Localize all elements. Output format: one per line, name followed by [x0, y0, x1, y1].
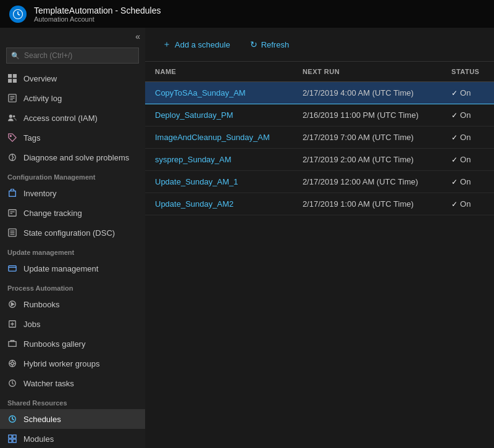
svg-rect-16	[9, 210, 16, 217]
sidebar-item-label-diagnose: Diagnose and solve problems	[23, 153, 129, 162]
sidebar-item-change-tracking[interactable]: Change tracking	[0, 203, 145, 223]
sidebar: « 🔍 OverviewActivity logAccess control (…	[0, 28, 145, 448]
state-config-icon	[7, 228, 17, 238]
add-icon: ＋	[162, 39, 171, 50]
section-header-shared-resources-header: Shared Resources	[0, 393, 145, 409]
sub-title: Automation Account	[34, 15, 161, 23]
sidebar-item-label-overview: Overview	[23, 74, 57, 83]
hybrid-worker-icon	[7, 359, 17, 368]
sidebar-item-label-update-management: Update management	[23, 264, 98, 273]
sidebar-item-label-state-config: State configuration (DSC)	[23, 228, 115, 238]
schedule-next-run: 2/17/2019 2:00 AM (UTC Time)	[293, 149, 442, 171]
schedule-next-run: 2/16/2019 11:00 PM (UTC Time)	[293, 104, 442, 127]
table-row[interactable]: Deploy_Saturday_PM2/16/2019 11:00 PM (UT…	[145, 104, 494, 127]
main-title: TemplateAutomation - Schedules	[34, 6, 161, 15]
main-layout: « 🔍 OverviewActivity logAccess control (…	[0, 28, 494, 448]
table-row[interactable]: ImageAndCleanup_Sunday_AM2/17/2019 7:00 …	[145, 127, 494, 149]
table-header: NAMENEXT RUNSTATUS	[145, 62, 494, 82]
sidebar-item-state-config[interactable]: State configuration (DSC)	[0, 223, 145, 243]
svg-line-2	[18, 14, 20, 15]
section-header-update-mgmt-header: Update management	[0, 243, 145, 259]
sidebar-item-schedules[interactable]: Schedules	[0, 409, 145, 429]
update-management-icon	[7, 263, 17, 273]
schedules-table: NAMENEXT RUNSTATUS CopyToSAa_Sunday_AM2/…	[145, 62, 494, 215]
sidebar-item-diagnose[interactable]: Diagnose and solve problems	[0, 147, 145, 167]
sidebar-item-label-activity-log: Activity log	[23, 94, 62, 103]
svg-rect-4	[13, 74, 17, 78]
svg-point-11	[9, 115, 12, 118]
check-icon: ✓	[451, 200, 458, 209]
schedule-status: ✓ On	[442, 82, 494, 104]
section-header-config-mgmt-header: Configuration Management	[0, 167, 145, 183]
sidebar-item-label-change-tracking: Change tracking	[23, 209, 82, 218]
svg-point-29	[11, 362, 14, 365]
content-area: ＋ Add a schedule ↻ Refresh NAMENEXT RUNS…	[145, 28, 494, 448]
collapse-btn[interactable]: «	[0, 28, 145, 45]
table-row[interactable]: CopyToSAa_Sunday_AM2/17/2019 4:00 AM (UT…	[145, 82, 494, 104]
sidebar-item-label-runbooks: Runbooks	[23, 300, 60, 309]
sidebar-item-update-management[interactable]: Update management	[0, 259, 145, 278]
svg-line-37	[12, 419, 14, 420]
top-bar: TemplateAutomation - Schedules Automatio…	[0, 0, 494, 28]
sidebar-item-label-runbooks-gallery: Runbooks gallery	[23, 339, 85, 349]
col-header-name[interactable]: NAME	[145, 62, 293, 82]
svg-rect-40	[9, 439, 12, 442]
access-control-icon	[7, 113, 17, 123]
svg-rect-27	[9, 342, 16, 347]
svg-point-12	[13, 115, 15, 118]
sidebar-item-overview[interactable]: Overview	[0, 68, 145, 88]
sidebar-item-runbooks-gallery[interactable]: Runbooks gallery	[0, 334, 145, 354]
schedule-status: ✓ On	[442, 171, 494, 193]
check-icon: ✓	[451, 178, 458, 186]
sidebar-item-jobs[interactable]: Jobs	[0, 314, 145, 334]
app-title-group: TemplateAutomation - Schedules Automatio…	[34, 6, 161, 23]
sidebar-item-label-schedules: Schedules	[23, 415, 61, 424]
runbooks-icon	[7, 299, 17, 309]
sidebar-item-inventory[interactable]: Inventory	[0, 183, 145, 203]
sidebar-item-hybrid-worker[interactable]: Hybrid worker groups	[0, 354, 145, 373]
sidebar-item-modules[interactable]: Modules	[0, 429, 145, 448]
sidebar-item-label-watcher-tasks: Watcher tasks	[23, 379, 74, 388]
watcher-tasks-icon	[7, 378, 17, 388]
check-icon: ✓	[451, 111, 458, 120]
schedules-icon	[7, 414, 17, 424]
schedule-name[interactable]: CopyToSAa_Sunday_AM	[145, 82, 293, 104]
search-input[interactable]	[6, 48, 139, 64]
refresh-button[interactable]: ↻ Refresh	[243, 36, 297, 53]
sidebar-search-container: 🔍	[0, 45, 145, 68]
runbooks-gallery-icon	[7, 339, 17, 349]
add-schedule-button[interactable]: ＋ Add a schedule	[155, 35, 238, 54]
schedule-name[interactable]: ImageAndCleanup_Sunday_AM	[145, 127, 293, 149]
sidebar-item-label-jobs: Jobs	[23, 320, 40, 329]
check-icon: ✓	[451, 89, 458, 97]
schedule-name[interactable]: Update_Sunday_AM2	[145, 193, 293, 215]
schedules-table-container: NAMENEXT RUNSTATUS CopyToSAa_Sunday_AM2/…	[145, 62, 494, 448]
nav-container: OverviewActivity logAccess control (IAM)…	[0, 68, 145, 448]
schedule-next-run: 2/17/2019 4:00 AM (UTC Time)	[293, 82, 442, 104]
svg-rect-15	[9, 191, 16, 197]
sidebar-item-label-inventory: Inventory	[23, 189, 56, 198]
schedule-name[interactable]: Update_Sunday_AM_1	[145, 171, 293, 193]
table-row[interactable]: Update_Sunday_AM_12/17/2019 12:00 AM (UT…	[145, 171, 494, 193]
col-header-nextRun[interactable]: NEXT RUN	[293, 62, 442, 82]
content-toolbar: ＋ Add a schedule ↻ Refresh	[145, 28, 494, 62]
sidebar-item-access-control[interactable]: Access control (IAM)	[0, 108, 145, 128]
svg-rect-23	[9, 266, 16, 272]
sidebar-item-tags[interactable]: Tags	[0, 128, 145, 147]
tags-icon	[7, 133, 17, 143]
sidebar-item-watcher-tasks[interactable]: Watcher tasks	[0, 373, 145, 393]
check-icon: ✓	[451, 133, 458, 142]
sidebar-item-runbooks[interactable]: Runbooks	[0, 294, 145, 314]
inventory-icon	[7, 188, 17, 198]
schedule-next-run: 2/17/2019 1:00 AM (UTC Time)	[293, 193, 442, 215]
table-row[interactable]: Update_Sunday_AM22/17/2019 1:00 AM (UTC …	[145, 193, 494, 215]
schedule-name[interactable]: sysprep_Sunday_AM	[145, 149, 293, 171]
sidebar-item-label-hybrid-worker: Hybrid worker groups	[23, 359, 100, 368]
schedule-next-run: 2/17/2019 7:00 AM (UTC Time)	[293, 127, 442, 149]
sidebar-item-activity-log[interactable]: Activity log	[0, 88, 145, 108]
svg-rect-39	[13, 435, 16, 438]
col-header-status[interactable]: STATUS	[442, 62, 494, 82]
table-row[interactable]: sysprep_Sunday_AM2/17/2019 2:00 AM (UTC …	[145, 149, 494, 171]
app-icon	[9, 6, 27, 23]
schedule-name[interactable]: Deploy_Saturday_PM	[145, 104, 293, 127]
